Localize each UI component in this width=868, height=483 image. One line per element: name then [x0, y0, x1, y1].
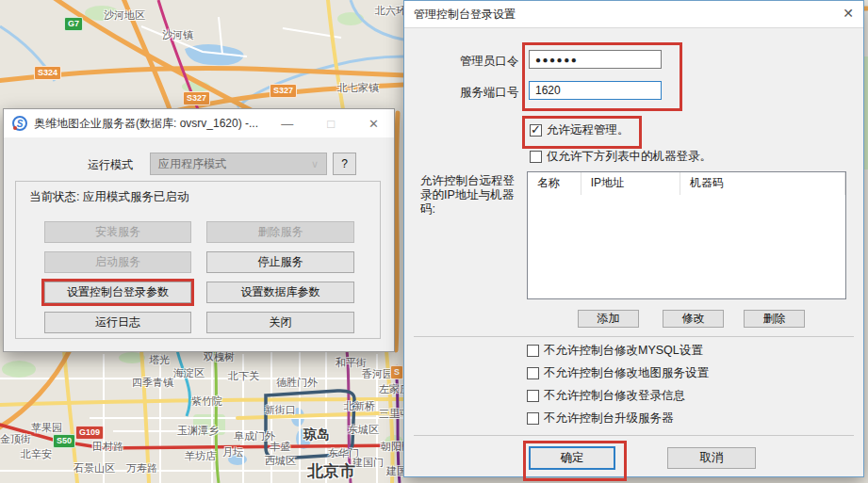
road-shield: S	[390, 365, 403, 379]
map-label: 沙河地区	[104, 8, 145, 23]
close-icon[interactable]: ✕	[843, 6, 854, 21]
road-shield: S50	[53, 434, 75, 448]
table-header[interactable]: IP地址	[581, 172, 680, 195]
map-label: 紫竹院	[191, 394, 222, 409]
map-label: 德胜门外	[276, 376, 318, 390]
map-label: 田村路	[92, 440, 123, 454]
server-buttons: 安装服务删除服务启动服务停止服务设置控制台登录参数设置数据库参数运行日志关闭	[44, 221, 354, 333]
map-label: 海淀区	[173, 366, 205, 380]
map-label: 北六环	[375, 4, 406, 18]
map-label: 塔光	[149, 353, 170, 367]
map-label: 丰盛	[270, 440, 290, 454]
road-shield: S327	[270, 84, 297, 98]
only-listed-row[interactable]: 仅允许下方列表中的机器登录。	[530, 149, 712, 165]
map-label: 四季青镇	[132, 376, 173, 390]
cancel-button[interactable]: 取消	[667, 447, 756, 469]
map-label: 香河园	[362, 367, 393, 381]
map-label: 西城区	[265, 454, 296, 468]
allow-remote-checkbox[interactable]	[530, 124, 542, 137]
map-label: 玉渊潭乡	[177, 424, 219, 438]
map-label: 北下关	[228, 369, 259, 383]
help-button[interactable]: ?	[333, 153, 356, 175]
machine-list[interactable]: 名称IP地址机器码	[527, 171, 846, 299]
port-value: 1620	[535, 84, 561, 97]
app-logo-icon: S	[12, 116, 27, 131]
machine-table-header: 名称IP地址机器码	[528, 172, 845, 195]
map-label: 琼岛	[303, 427, 330, 443]
password-label: 管理员口令	[460, 54, 519, 70]
map-label: 建国门	[352, 456, 384, 470]
status-groupbox: 当前状态: 应用模式服务已启动 安装服务删除服务启动服务停止服务设置控制台登录参…	[15, 181, 381, 339]
server-dialog-titlebar[interactable]: S 奥维地图企业服务器(数据库: ovsrv_1620) -... — □ ✕	[4, 109, 394, 137]
console-dialog: 管理控制台登录设置 ✕ 管理员口令 ●●●●●● 服务端口号 1620 允许远程…	[403, 0, 864, 477]
map-label: 羊坊店	[185, 449, 216, 463]
restriction-label: 不允许控制台升级服务器	[544, 411, 674, 427]
add-button[interactable]: 添加	[578, 310, 639, 328]
server-button[interactable]: 运行日志	[44, 312, 191, 333]
map-label: 新街口	[265, 403, 296, 417]
server-button: 删除服务	[206, 221, 354, 243]
restriction-label: 不允许控制台修改登录信息	[544, 388, 685, 404]
run-mode-value: 应用程序模式	[158, 156, 226, 172]
maximize-icon: □	[327, 117, 335, 131]
only-listed-checkbox[interactable]	[530, 151, 542, 163]
run-mode-dropdown: 应用程序模式 ∨	[150, 153, 327, 175]
modify-button[interactable]: 修改	[663, 310, 724, 328]
restriction-label: 不允许控制台修改地图服务设置	[544, 365, 709, 381]
restriction-checkbox[interactable]	[527, 390, 539, 402]
restriction-row[interactable]: 不允许控制台修改MYSQL设置	[527, 343, 709, 358]
map-label: 北辛安	[21, 447, 52, 461]
map-label: 月坛	[222, 445, 243, 459]
restriction-checkbox[interactable]	[527, 345, 539, 357]
map-label: 石景山区	[74, 461, 115, 475]
restriction-row[interactable]: 不允许控制台修改登录信息	[527, 388, 709, 403]
password-input[interactable]: ●●●●●●	[529, 50, 662, 69]
minimize-icon[interactable]: —	[281, 117, 293, 131]
machine-list-label: 允许控制台远程登录的IP地址与机器码:	[420, 174, 524, 217]
server-button[interactable]: 停止服务	[206, 251, 354, 273]
server-button[interactable]: 设置数据库参数	[206, 282, 354, 303]
restriction-checkbox[interactable]	[527, 412, 539, 425]
map-label: 双槐树	[204, 350, 235, 364]
road-shield: S327	[183, 91, 210, 105]
divider	[414, 435, 854, 436]
chevron-down-icon: ∨	[311, 158, 319, 170]
map-label: 东城区	[348, 423, 379, 437]
map-label: 北七家镇	[337, 81, 379, 95]
table-header[interactable]: 名称	[528, 172, 581, 195]
password-value: ●●●●●●	[535, 55, 578, 65]
server-dialog-title: 奥维地图企业服务器(数据库: ovsrv_1620) -...	[34, 116, 281, 132]
status-text: 当前状态: 应用模式服务已启动	[29, 189, 188, 205]
restriction-checkbox[interactable]	[527, 367, 539, 379]
restriction-row[interactable]: 不允许控制台修改地图服务设置	[527, 365, 709, 380]
run-mode-label: 运行模式	[88, 157, 133, 173]
map-label: 苹果园	[31, 421, 62, 435]
port-label: 服务端口号	[460, 85, 519, 101]
map-label: 北新桥	[344, 399, 375, 413]
server-button: 启动服务	[44, 251, 191, 273]
allow-remote-label: 允许远程管理。	[547, 122, 630, 138]
console-dialog-titlebar[interactable]: 管理控制台登录设置 ✕	[404, 1, 863, 28]
map-label: 北京市	[307, 460, 355, 482]
road-shield: S324	[34, 66, 61, 80]
close-icon[interactable]: ✕	[368, 117, 379, 131]
road-shield: G109	[75, 426, 104, 440]
delete-button[interactable]: 删除	[744, 310, 805, 328]
ok-button[interactable]: 确定	[529, 446, 615, 470]
restriction-label: 不允许控制台修改MYSQL设置	[544, 343, 703, 359]
server-button[interactable]: 关闭	[206, 312, 354, 333]
server-dialog: S 奥维地图企业服务器(数据库: ovsrv_1620) -... — □ ✕ …	[3, 108, 395, 352]
only-listed-label: 仅允许下方列表中的机器登录。	[547, 149, 712, 165]
console-dialog-title: 管理控制台登录设置	[414, 7, 516, 23]
map-label: 沙河镇	[162, 28, 193, 42]
port-input[interactable]: 1620	[529, 81, 662, 100]
divider	[414, 336, 854, 337]
server-button[interactable]: 设置控制台登录参数	[44, 282, 191, 303]
map-label: 万寿路	[126, 461, 157, 475]
restriction-row[interactable]: 不允许控制台升级服务器	[527, 411, 709, 426]
map-label: 金顶街	[0, 432, 31, 446]
allow-remote-row[interactable]: 允许远程管理。	[530, 122, 630, 138]
road-shield: G7	[64, 17, 83, 31]
table-header[interactable]: 机器码	[680, 172, 845, 195]
restriction-list: 不允许控制台修改MYSQL设置不允许控制台修改地图服务设置不允许控制台修改登录信…	[527, 343, 709, 426]
